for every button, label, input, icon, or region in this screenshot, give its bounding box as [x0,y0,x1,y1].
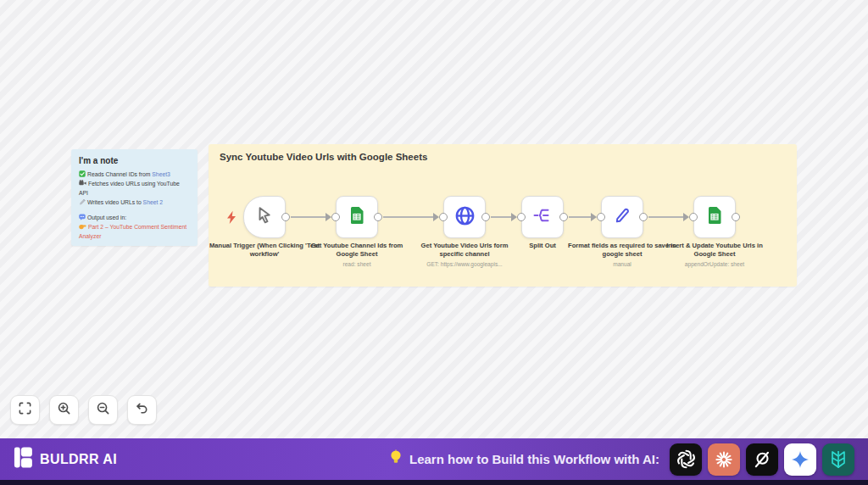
input-handle[interactable] [331,213,340,221]
node-label: Insert & Update Youtube Urls in Google S… [659,242,770,267]
ai-tool-links [670,443,854,476]
zoom-out-icon [96,401,110,419]
lightbulb-icon [389,449,403,469]
output-handle[interactable] [281,213,290,221]
footer-strip [0,480,868,485]
connection-wire [569,216,591,218]
connection-wire [491,216,511,218]
output-handle[interactable] [374,213,382,221]
node-subtitle: appendOrUpdate: sheet [659,261,770,267]
node-title: Insert & Update Youtube Urls in Google S… [659,242,770,259]
google-sheets-icon [704,205,725,229]
claude-icon[interactable] [708,443,740,476]
pointing-finger-icon [79,223,86,232]
note-line-fetch: Fetches video URLs using YouTube API [79,180,190,198]
node-get-video-urls[interactable] [443,196,486,238]
sticky-note-title: I'm a note [79,156,190,165]
note-link-sheet2[interactable]: Sheet 2 [143,199,163,205]
output-handle[interactable] [559,213,568,221]
connection-arrow [326,213,331,221]
input-handle[interactable] [597,213,605,221]
node-label: Get Youtube Channel Ids from Google Shee… [302,242,412,267]
undo-button[interactable] [127,395,157,425]
fit-view-icon [18,401,32,419]
workflow-canvas[interactable]: I'm a note Reads Channel IDs from Sheet3… [0,0,868,485]
footer-cta-text: Learn how to Build this Workflow with AI… [409,452,659,466]
node-subtitle: read: sheet [302,261,412,267]
cursor-icon [253,204,275,230]
node-insert-update[interactable] [693,196,736,238]
openai-icon[interactable] [670,443,702,476]
input-handle[interactable] [689,213,698,221]
output-handle[interactable] [639,213,648,221]
note-text: Output used in: [87,215,126,220]
note-spacer [79,208,190,214]
node-format-fields[interactable] [601,196,643,238]
footer-cta: Learn how to Build this Workflow with AI… [389,443,854,476]
input-handle[interactable] [439,213,448,221]
note-line-output: Output used in: [79,214,190,223]
note-line-write: Writes video URLs to Sheet 2 [79,198,190,208]
node-manual-trigger[interactable] [243,196,286,238]
note-text: Writes video URLs to [87,199,143,205]
speech-balloon-icon [79,214,86,223]
movie-camera-icon [79,180,86,189]
connection-arrow [511,213,517,221]
connection-wire [383,216,433,218]
node-get-channel-ids[interactable] [336,196,378,238]
sticky-note[interactable]: I'm a note Reads Channel IDs from Sheet3… [71,149,198,246]
globe-icon [453,204,476,231]
node-subtitle: GET: https://www.googleapis... [409,261,520,267]
connection-wire [648,216,683,218]
connection-arrow [433,213,439,221]
check-icon [79,170,86,180]
perplexity-icon[interactable] [822,443,854,476]
node-split-out[interactable] [521,196,564,238]
zoom-in-button[interactable] [49,395,79,425]
output-handle[interactable] [732,213,740,221]
undo-icon [135,401,149,419]
connection-wire [291,216,326,218]
google-sheets-icon [347,205,367,229]
grok-icon[interactable] [746,443,778,476]
connection-arrow [683,213,689,221]
split-out-icon [532,205,553,229]
workflow-title: Sync Youtube Video Urls with Google Shee… [220,152,427,162]
gemini-icon[interactable] [784,443,816,476]
note-link-sheet3[interactable]: Sheet3 [152,171,170,177]
footer-bar: BULDRR AI Learn how to Build this Workfl… [0,438,868,480]
buldrr-logo-icon [14,447,33,471]
node-title: Get Youtube Channel Ids from Google Shee… [302,242,412,259]
note-part2-link[interactable]: Part 2 – YouTube Comment Sentiment Analy… [79,224,186,239]
fit-view-button[interactable] [10,395,40,425]
workflow-note[interactable]: Sync Youtube Video Urls with Google Shee… [209,144,797,287]
brand-link[interactable]: BULDRR AI [14,447,117,471]
canvas-toolbar [10,395,157,425]
zoom-out-button[interactable] [88,395,118,425]
note-line-part2[interactable]: Part 2 – YouTube Comment Sentiment Analy… [79,223,190,241]
output-handle[interactable] [481,213,490,221]
input-handle[interactable] [517,213,526,221]
note-text: Fetches video URLs using YouTube API [79,181,180,196]
zoom-in-icon [57,401,71,419]
note-text: Reads Channel IDs from [87,171,152,177]
pencil-icon [612,205,633,230]
connection-arrow [591,213,597,221]
brand-name: BULDRR AI [40,452,117,467]
trigger-bolt-icon [225,210,237,228]
writing-hand-icon [79,198,86,208]
note-line-read: Reads Channel IDs from Sheet3 [79,170,190,180]
